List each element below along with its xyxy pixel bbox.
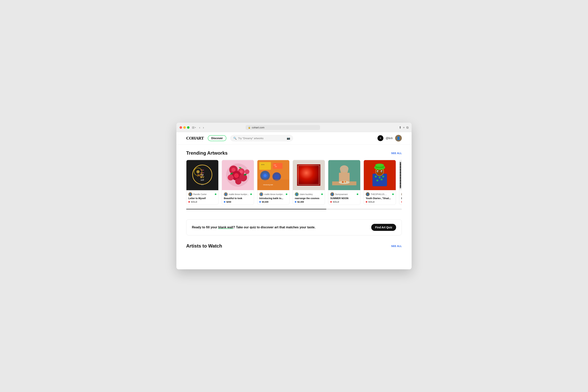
username-label[interactable]: @linh [386, 136, 393, 140]
sidebar-toggle[interactable]: ⊞▾ [192, 126, 196, 129]
verified-icon-5 [357, 194, 358, 195]
artist-avatar-5: 👤 [330, 192, 334, 196]
lock-icon: 🔒 [248, 126, 251, 129]
artwork-title-3: Introducing batik to... [259, 197, 287, 200]
artist-row-5: 👤 Somysamani [330, 192, 358, 196]
nav-right: + @linh 👤 [378, 135, 402, 142]
artwork-info-5: 👤 Somysamani SUMMER NOON SOLD [328, 190, 360, 204]
find-art-quiz-button[interactable]: Find Art Quiz [371, 224, 396, 231]
price-dot-6 [366, 201, 367, 203]
maximize-button[interactable] [187, 126, 190, 129]
scrollbar-track[interactable] [186, 209, 402, 210]
artist-row-6: 👤 THEOPHILUS.... [366, 192, 394, 196]
artist-avatar-6: 👤 [366, 192, 370, 196]
artwork-title-6: Youth Diaries ,"Shad... [366, 197, 394, 200]
price-label-5: SOLD [333, 201, 339, 203]
browser-window: ⊞▾ ‹ › 🔒 cohart.com ⬆ + ⧉ COHART Discove… [176, 123, 412, 269]
svg-point-54 [375, 176, 377, 178]
tabs-button[interactable]: ⧉ [406, 126, 408, 129]
address-bar[interactable]: 🔒 cohart.com [246, 125, 320, 130]
svg-point-50 [342, 181, 344, 183]
svg-rect-28 [259, 162, 271, 170]
trending-title: Trending Artworks [186, 150, 228, 156]
artwork-image-3: BATIK KAW UNG introducing batik [257, 160, 289, 190]
add-button[interactable]: + [378, 135, 384, 141]
svg-point-56 [382, 176, 384, 178]
svg-text:KAW: KAW [274, 165, 276, 166]
svg-point-64 [381, 171, 382, 172]
artist-avatar-4: 👤 [295, 192, 299, 196]
browser-chrome: ⊞▾ ‹ › 🔒 cohart.com ⬆ + ⧉ [176, 123, 412, 132]
quiz-underline: blank wall [218, 226, 233, 229]
price-dot-1 [188, 201, 190, 203]
artist-name-1: Randle Carter [193, 193, 214, 196]
svg-point-20 [245, 169, 250, 174]
browser-controls: ⊞▾ ‹ › 🔒 cohart.com ⬆ + ⧉ [180, 125, 408, 130]
close-button[interactable] [180, 126, 182, 129]
search-bar[interactable]: 🔍 📷 [230, 135, 293, 141]
artwork-image-4 [293, 160, 325, 190]
artists-see-all-button[interactable]: SEE ALL [391, 244, 402, 248]
price-row-6: SOLD [366, 201, 394, 203]
page-content: COHART Discover 🔍 📷 + @linh 👤 Trending A… [176, 132, 412, 269]
svg-point-18 [228, 175, 234, 180]
svg-text:305: 305 [201, 184, 204, 186]
trending-header: Trending Artworks SEE ALL [186, 150, 402, 156]
browser-actions: ⬆ + ⧉ [399, 126, 408, 129]
price-label-1: SOLD [191, 201, 197, 203]
svg-point-22 [240, 170, 243, 173]
artwork-card-2[interactable]: 👤 maliki ibnoe kuntjor... Beautiful to l… [222, 160, 254, 205]
artwork-card-7[interactable]: Bold crowd 👤 Fernando Jaramillo Bold [399, 160, 402, 205]
search-icon: 🔍 [233, 136, 236, 140]
back-button[interactable]: ‹ [198, 126, 201, 130]
price-value-3: $4,500 [262, 201, 268, 203]
svg-rect-42 [297, 164, 320, 186]
site-logo[interactable]: COHART [186, 136, 204, 141]
artwork-image-6 [364, 160, 396, 190]
price-dot-4 [295, 201, 296, 203]
site-nav: COHART Discover 🔍 📷 + @linh 👤 [176, 132, 412, 144]
svg-rect-72 [399, 162, 402, 188]
artwork-card-6[interactable]: 👤 THEOPHILUS.... Youth Diaries ,"Shad...… [364, 160, 396, 205]
minimize-button[interactable] [183, 126, 186, 129]
artwork-card-3[interactable]: BATIK KAW UNG introducing batik 👤 maliki… [257, 160, 290, 205]
artist-avatar-1: 👤 [188, 192, 192, 196]
artwork-card-5[interactable]: 👤 Somysamani SUMMER NOON SOLD [328, 160, 360, 205]
svg-point-67 [375, 164, 384, 167]
price-value-2: $250 [226, 201, 231, 203]
artwork-info-2: 👤 maliki ibnoe kuntjor... Beautiful to l… [222, 190, 254, 204]
trending-see-all-button[interactable]: SEE ALL [391, 152, 402, 155]
artworks-scroll[interactable]: this letter to MY XO self 305 [186, 160, 402, 208]
search-input[interactable] [238, 137, 285, 140]
share-button[interactable]: ⬆ [399, 126, 402, 129]
discover-button[interactable]: Discover [208, 135, 226, 141]
artwork-image-7: Bold crowd [399, 160, 402, 190]
artist-name-4: claire buckley [300, 193, 320, 196]
price-row-4: $2,400 [295, 201, 323, 203]
artist-row-1: 👤 Randle Carter [188, 192, 216, 196]
svg-point-58 [381, 178, 382, 180]
svg-text:UNG: UNG [275, 166, 277, 167]
artwork-info-1: 👤 Randle Carter Letter to Myself SOLD [186, 190, 218, 204]
price-dot-5 [330, 201, 332, 203]
artists-section: Artists to Watch SEE ALL [176, 239, 412, 258]
new-tab-button[interactable]: + [403, 126, 405, 129]
artist-row-3: 👤 maliki ibnoe kuntjor... [259, 192, 287, 196]
quiz-text: Ready to fill your blank wall? Take our … [192, 226, 315, 229]
price-dot-7 [401, 201, 402, 203]
artists-title: Artists to Watch [186, 243, 222, 249]
price-dot-3 [259, 201, 261, 203]
avatar[interactable]: 👤 [395, 135, 402, 142]
nav-arrows: ‹ › [198, 126, 205, 130]
verified-icon-1 [215, 194, 216, 195]
camera-icon[interactable]: 📷 [287, 136, 290, 140]
forward-button[interactable]: › [202, 126, 205, 130]
artwork-title-5: SUMMER NOON [330, 197, 358, 200]
svg-point-51 [344, 181, 346, 183]
artwork-card-4[interactable]: 👤 claire buckley rearrange the cosmos $2… [293, 160, 325, 205]
svg-point-55 [379, 176, 381, 178]
artwork-card-1[interactable]: this letter to MY XO self 305 [186, 160, 218, 205]
svg-point-32 [264, 174, 267, 177]
artist-row-2: 👤 maliki ibnoe kuntjor... [224, 192, 252, 196]
price-dot-2 [224, 201, 226, 203]
